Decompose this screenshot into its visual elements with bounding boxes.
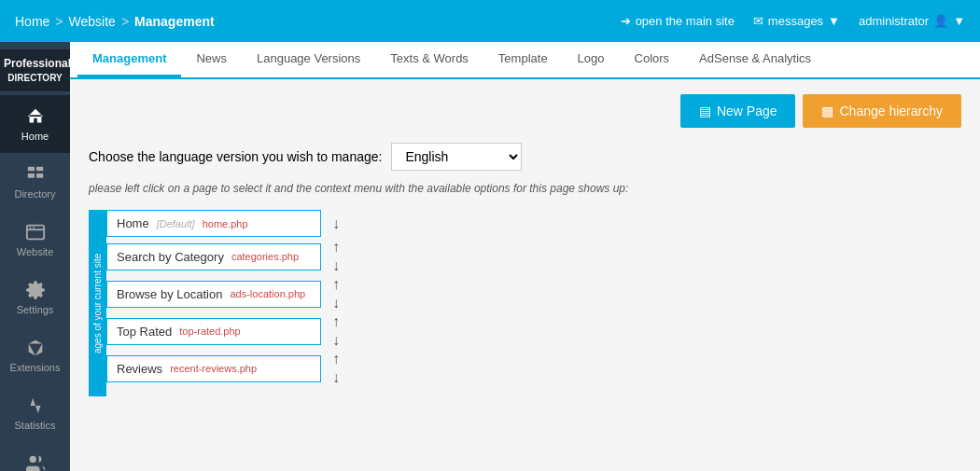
header-right: ➔ open the main site ✉ messages ▼ admini… <box>621 14 965 28</box>
sidebar-item-settings[interactable]: Settings <box>0 269 70 326</box>
admin-link[interactable]: administrator 👤 ▼ <box>859 14 965 28</box>
arrow-down-button[interactable]: ↓ <box>329 257 343 274</box>
messages-link[interactable]: ✉ messages ▼ <box>753 14 840 28</box>
settings-icon <box>25 280 46 300</box>
arrow-up-button[interactable]: ↑ <box>329 276 343 293</box>
action-buttons: ▤ New Page ▩ Change hierarchy <box>89 94 961 128</box>
mail-icon: ✉ <box>753 14 763 28</box>
tab-adsense-analytics[interactable]: AdSense & Analytics <box>684 42 826 77</box>
admin-icon: 👤 <box>933 14 948 28</box>
arrow-up-button[interactable]: ↑ <box>329 313 343 330</box>
svg-rect-1 <box>27 173 34 178</box>
page-tag: [Default] <box>157 218 195 229</box>
page-arrows-top-rated: ↑ ↓ <box>329 313 343 349</box>
instruction-text: please left click on a page to select it… <box>89 182 961 195</box>
svg-rect-0 <box>27 166 34 171</box>
breadcrumb-sep-2: > <box>121 14 129 29</box>
sidebar-item-extensions[interactable]: Extensions <box>0 326 70 384</box>
page-arrows-reviews: ↑ ↓ <box>329 351 343 386</box>
svg-point-7 <box>33 227 35 229</box>
sidebar-item-home[interactable]: Home <box>0 95 70 153</box>
open-main-site-link[interactable]: ➔ open the main site <box>621 14 735 28</box>
sidebar-item-statistics[interactable]: Statistics <box>0 384 70 442</box>
pages-container: ages of your current site Home [Default]… <box>89 210 961 396</box>
new-page-icon: ▤ <box>699 104 711 118</box>
svg-point-9 <box>29 455 35 462</box>
statistics-icon <box>25 395 46 416</box>
breadcrumb-website[interactable]: Website <box>69 14 116 29</box>
page-item-reviews[interactable]: Reviews recent-reviews.php <box>106 355 321 382</box>
page-file: top-rated.php <box>179 326 240 337</box>
table-row: Top Rated top-rated.php ↑ ↓ <box>106 313 961 349</box>
page-arrows-home: ↓ <box>329 215 343 232</box>
table-row: Browse by Location ads-location.php ↑ ↓ <box>106 276 961 312</box>
main-layout: Professionals DIRECTORY Home Directory W… <box>0 42 980 471</box>
users-icon <box>25 453 46 471</box>
arrow-down-button[interactable]: ↓ <box>329 215 343 232</box>
page-name: Reviews <box>117 362 162 376</box>
tab-texts-words[interactable]: Texts & Words <box>375 42 483 77</box>
tab-management[interactable]: Management <box>77 42 181 77</box>
tab-news[interactable]: News <box>181 42 242 77</box>
breadcrumb-management: Management <box>134 14 215 29</box>
admin-chevron-icon: ▼ <box>953 14 965 28</box>
page-file: recent-reviews.php <box>170 363 257 374</box>
page-file: categories.php <box>231 251 299 262</box>
arrow-down-button[interactable]: ↓ <box>329 369 343 386</box>
breadcrumb-sep-1: > <box>55 14 63 29</box>
tab-template[interactable]: Template <box>483 42 563 77</box>
page-content: ▤ New Page ▩ Change hierarchy Choose the… <box>70 79 980 471</box>
sidebar-item-website[interactable]: Website <box>0 211 70 269</box>
sidebar-item-directory[interactable]: Directory <box>0 153 70 211</box>
tab-language-versions[interactable]: Language Versions <box>242 42 375 77</box>
page-name: Home <box>117 216 149 230</box>
arrow-up-button[interactable]: ↑ <box>329 239 343 256</box>
table-row: Home [Default] home.php ↓ <box>106 210 961 237</box>
content-area: Management News Language Versions Texts … <box>70 42 980 471</box>
page-item-search[interactable]: Search by Category categories.php <box>106 243 321 270</box>
change-hierarchy-button[interactable]: ▩ Change hierarchy <box>803 94 961 128</box>
svg-rect-3 <box>35 173 42 178</box>
table-row: Search by Category categories.php ↑ ↓ <box>106 239 961 274</box>
page-arrows-browse: ↑ ↓ <box>329 276 343 312</box>
arrow-down-button[interactable]: ↓ <box>329 332 343 349</box>
page-file: home.php <box>203 218 248 229</box>
page-name: Browse by Location <box>117 287 222 301</box>
arrow-up-button[interactable]: ↑ <box>329 351 343 367</box>
page-arrows-search: ↑ ↓ <box>329 239 343 274</box>
language-label: Choose the language version you wish to … <box>89 149 382 164</box>
directory-icon <box>25 164 46 185</box>
svg-point-6 <box>29 227 31 229</box>
language-select[interactable]: English French Spanish <box>391 143 522 171</box>
external-link-icon: ➔ <box>621 14 631 28</box>
svg-rect-4 <box>26 225 43 239</box>
arrow-down-button[interactable]: ↓ <box>329 295 343 312</box>
top-header: Home > Website > Management ➔ open the m… <box>0 0 980 42</box>
tab-colors[interactable]: Colors <box>620 42 685 77</box>
page-name: Top Rated <box>117 325 172 339</box>
breadcrumb: Home > Website > Management <box>15 14 621 29</box>
sidebar-logo: Professionals DIRECTORY <box>0 49 70 91</box>
hierarchy-icon: ▩ <box>821 104 833 118</box>
page-name: Search by Category <box>117 250 224 264</box>
svg-rect-2 <box>35 166 42 171</box>
new-page-button[interactable]: ▤ New Page <box>680 94 796 128</box>
table-row: Reviews recent-reviews.php ↑ ↓ <box>106 351 961 386</box>
sidebar-item-users[interactable] <box>0 442 70 471</box>
extensions-icon <box>25 338 46 358</box>
tab-logo[interactable]: Logo <box>563 42 620 77</box>
pages-sidebar-label: ages of your current site <box>89 210 106 396</box>
sidebar: Professionals DIRECTORY Home Directory W… <box>0 42 70 471</box>
language-row: Choose the language version you wish to … <box>89 143 961 171</box>
messages-chevron-icon: ▼ <box>828 14 840 28</box>
page-file: ads-location.php <box>230 288 305 299</box>
page-item-browse[interactable]: Browse by Location ads-location.php <box>106 281 321 308</box>
page-item-top-rated[interactable]: Top Rated top-rated.php <box>106 318 321 345</box>
breadcrumb-home[interactable]: Home <box>15 14 49 29</box>
tab-bar: Management News Language Versions Texts … <box>70 42 980 79</box>
page-item-home[interactable]: Home [Default] home.php <box>106 210 321 237</box>
home-icon <box>25 106 46 127</box>
pages-list: Home [Default] home.php ↓ Search by Cate… <box>106 210 961 386</box>
website-icon <box>25 222 46 242</box>
